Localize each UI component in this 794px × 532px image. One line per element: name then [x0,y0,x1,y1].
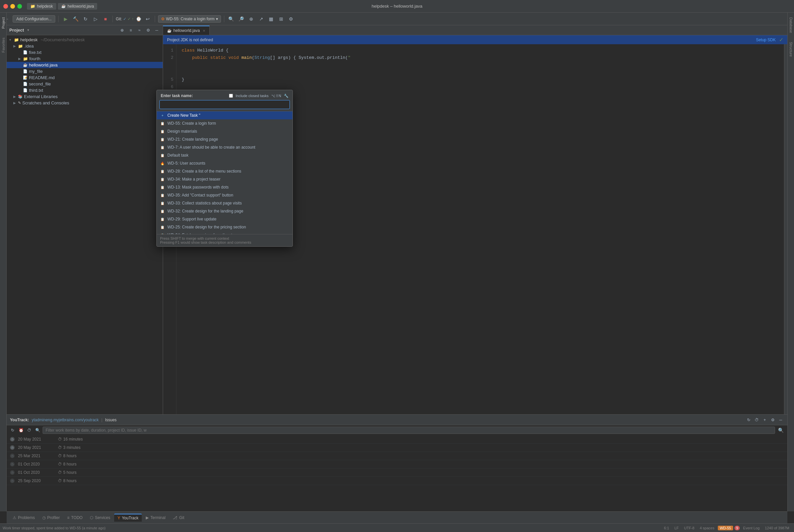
tree-item-idea[interactable]: ▶ 📁 .idea [7,43,163,49]
task-item-wd34[interactable]: 📋 WD-34: Make a project teaser [157,175,293,183]
yt-row-3[interactable]: ◷ 25 Mar 2021 ⏱8 hours [7,452,787,460]
status-indent[interactable]: 4 spaces [698,526,717,530]
tab-youtrack[interactable]: Y YouTrack [114,514,142,522]
tab-terminal[interactable]: ▶ Terminal [143,514,169,521]
filter-timer-icon[interactable]: ⏱ [26,427,33,434]
tab-services[interactable]: ⬡ Services [87,514,113,521]
minimize-panel-icon[interactable]: ─ [153,27,160,34]
wd-selector[interactable]: ⚙ WD-55: Create a login form ▾ [158,15,221,23]
sidebar-favorites-label[interactable]: Favorites [1,36,6,55]
rebuild-button[interactable]: ↻ [81,15,90,23]
yt-row-5[interactable]: ◷ 01 Oct 2020 ⏱5 hours [7,469,787,477]
tab-profiler[interactable]: ◷ Profiler [39,514,63,521]
task-item-design[interactable]: 📋 Design materials [157,127,293,135]
run-button[interactable]: ▶ [61,15,70,23]
tree-item-myfile[interactable]: ▶ 📄 my_file [7,68,163,75]
yt-row-4[interactable]: ◷ 01 Oct 2020 ⏱8 hours [7,460,787,469]
maximize-button[interactable] [17,4,22,8]
design-icon: 📋 [160,129,165,134]
locate-button[interactable]: ⊕ [247,15,255,23]
close-button[interactable] [3,4,8,8]
settings-zoom-button[interactable]: 🔎 [237,15,245,23]
task-item-default[interactable]: 📋 Default task [157,151,293,159]
tab-git[interactable]: ⎇ Git [169,514,187,521]
helloworld-tab[interactable]: ☕ helloworld.java ✕ [163,25,210,35]
task-item-create-new[interactable]: ✦ Create New Task '' [157,111,293,119]
status-event-log[interactable]: Event Log [741,526,762,530]
filter-sync-icon[interactable]: ↻ [9,427,16,434]
tree-item-fourth[interactable]: ▶ 📁 fourth [7,56,163,62]
youtrack-gear-icon[interactable]: ⚙ [769,417,776,423]
setup-sdk-button[interactable]: Setup SDK [756,38,776,42]
youtrack-filter-input[interactable] [42,426,775,434]
task-item-wd25[interactable]: 📋 WD-25: Create design for the pricing s… [157,223,293,231]
sdk-dismiss-icon[interactable]: ✓ [779,37,783,43]
task-item-wd5[interactable]: 🔥 WD-5: User accounts [157,159,293,167]
task-item-wd28[interactable]: 📋 WD-28: Create a list of the menu secti… [157,167,293,175]
tree-item-thirdtxt[interactable]: ▶ 📄 third.txt [7,87,163,93]
tree-item-scratches[interactable]: ▶ ✎ Scratches and Consoles [7,100,163,106]
sidebar-structure-label[interactable]: Structure [788,40,794,59]
tree-settings-icon[interactable]: ≈ [136,27,143,34]
tree-item-extlibs[interactable]: ▶ 📚 External Libraries [7,93,163,100]
sidebar-project-label[interactable]: Project [1,15,6,31]
add-configuration-button[interactable]: Add Configuration... [13,15,55,23]
status-encoding[interactable]: UTF-8 [682,526,697,530]
yt-row-2[interactable]: ◷ 20 May 2021 ⏱3 minutes [7,443,787,452]
status-event-badge[interactable]: 9 [735,526,740,530]
filter-search-small-icon[interactable]: 🔍 [34,427,41,434]
task-item-wd13[interactable]: 📋 WD-13: Mask passwords with dots [157,183,293,191]
git-history-button[interactable]: ⌚ [135,15,143,23]
task-item-wd35[interactable]: 📋 WD-35: Add "Contact support" button [157,191,293,199]
filter-clock-icon[interactable]: ⏰ [18,427,24,434]
layout-button[interactable]: ⊞ [277,15,285,23]
file-tab[interactable]: ☕ helloworld.java [58,3,97,10]
dropdown-arrow[interactable]: ▾ [27,28,29,32]
youtrack-add-icon[interactable]: + [761,417,768,423]
task-search-input[interactable] [160,100,290,109]
task-item-wd32[interactable]: 📋 WD-32: Create design for the landing p… [157,207,293,215]
locate-in-tree-icon[interactable]: ⊕ [119,27,126,34]
editor-tab-close[interactable]: ✕ [203,29,205,33]
task-item-wd33[interactable]: 📋 WD-33: Collect statistics about page v… [157,199,293,207]
stop-button[interactable]: ■ [101,15,110,23]
status-wd-badge[interactable]: WD-55 [718,526,733,530]
youtrack-url[interactable]: ytadmineng.myjetbrains.com/youtrack [32,418,98,422]
youtrack-minimize-icon[interactable]: ─ [777,417,784,423]
youtrack-sync-icon[interactable]: ↻ [745,417,752,423]
tree-item-helloworld[interactable]: ▶ ☕ helloworld.java [7,62,163,68]
share-button[interactable]: ↗ [257,15,265,23]
git-undo-button[interactable]: ↩ [144,15,152,23]
task-settings-icon[interactable]: 🔧 [284,94,289,98]
yt-row-6[interactable]: ◷ 25 Sep 2020 ⏱8 hours [7,477,787,485]
gear-button[interactable]: ⚙ [287,15,295,23]
sidebar-database-label[interactable]: Database [788,15,794,35]
search-button[interactable]: 🔍 [227,15,235,23]
task-item-wd24[interactable]: 📋 WD-24: Fetch new prices from the store [157,231,293,234]
task-item-wd29[interactable]: 📋 WD-29: Support live update [157,215,293,223]
youtrack-search-button[interactable]: 🔍 [777,426,785,434]
tree-item-secondfile[interactable]: ▶ 📄 second_file [7,81,163,87]
minimize-button[interactable] [10,4,15,8]
status-position[interactable]: 6:1 [662,526,671,530]
build-button[interactable]: 🔨 [72,15,79,23]
run-config-button[interactable]: ▷ [92,15,99,23]
task-item-wd21[interactable]: 📋 WD-21: Create landing page [157,135,293,143]
tree-item-readme[interactable]: ▶ 📝 README.md [7,75,163,81]
task-item-wd55[interactable]: 📋 WD-55: Create a login form [157,119,293,127]
editor-scrollbar[interactable] [784,44,787,414]
tree-root-item[interactable]: ▾ 📁 helpdesk ~/Documents/helpdesk [7,37,163,43]
tab-problems[interactable]: ⚠ Problems [9,514,38,521]
youtrack-timer-icon[interactable]: ⏱ [753,417,760,423]
status-lf[interactable]: LF [672,526,681,530]
project-tab[interactable]: 📁 helpdesk [27,3,56,10]
collapse-all-icon[interactable]: ≡ [127,27,134,34]
gear-icon[interactable]: ⚙ [145,27,151,34]
yt-row-1[interactable]: ◷ 20 May 2021 ⏱16 minutes [7,435,787,443]
terminal-button[interactable]: ▦ [267,15,275,23]
task-item-wd7[interactable]: 📋 WD-7: A user should be able to create … [157,143,293,151]
tab-todo[interactable]: ≡ TODO [64,514,86,521]
include-closed-checkbox[interactable] [229,94,233,98]
tree-item-fixe[interactable]: ▶ 📄 fixe.txt [7,49,163,56]
youtrack-issues-link[interactable]: Issues [105,418,117,422]
